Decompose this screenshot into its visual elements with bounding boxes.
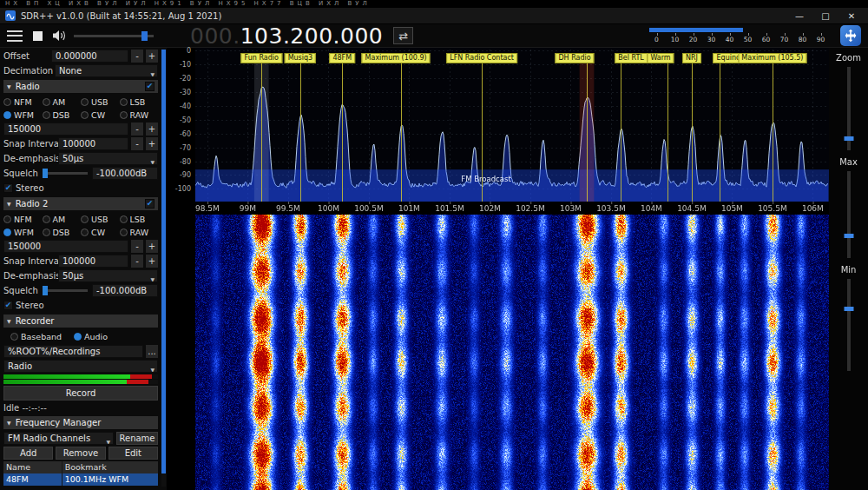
radio2-bandwidth-increment[interactable]: + bbox=[146, 240, 158, 253]
radio2-deemphasis-select[interactable]: 50µs ▼ bbox=[58, 269, 158, 282]
minimize-button[interactable]: — bbox=[786, 8, 812, 23]
offset-decrement-button[interactable]: - bbox=[131, 50, 143, 63]
speaker-icon[interactable] bbox=[52, 30, 67, 42]
radio2-snap-increment[interactable]: + bbox=[146, 255, 158, 268]
min-slider[interactable] bbox=[847, 279, 851, 371]
radio1-squelch-handle[interactable] bbox=[43, 169, 48, 178]
radio2-stereo-checkbox[interactable]: ✔ bbox=[3, 301, 13, 310]
bookmark-label[interactable]: Musiq3 bbox=[285, 53, 317, 63]
add-button[interactable]: Add bbox=[3, 447, 53, 460]
recorder-mode-baseband[interactable]: Baseband bbox=[10, 331, 62, 343]
radio1-stereo-checkbox[interactable]: ✔ bbox=[3, 183, 13, 193]
bookmark-label[interactable]: Maximum (100.9) bbox=[362, 53, 431, 63]
bookmark-label[interactable]: Bel RTL bbox=[615, 53, 648, 63]
waterfall-canvas[interactable] bbox=[195, 215, 829, 490]
radio1-deemphasis-select[interactable]: 50µs ▼ bbox=[58, 152, 158, 165]
radio1-snap-increment[interactable]: + bbox=[146, 137, 158, 150]
bookmark-label[interactable]: Fun Radio bbox=[241, 53, 282, 63]
remove-button[interactable]: Remove bbox=[56, 447, 105, 460]
bookmark-label[interactable]: DH Radio bbox=[555, 53, 594, 63]
bookmark-label[interactable]: 48FM bbox=[329, 53, 355, 63]
offset-input[interactable]: 0.000000 bbox=[51, 50, 128, 63]
sidebar-scrollbar-thumb[interactable] bbox=[161, 50, 166, 473]
edit-button[interactable]: Edit bbox=[108, 447, 158, 460]
volume-slider-handle[interactable] bbox=[141, 31, 148, 41]
sidebar-scrollbar[interactable] bbox=[161, 50, 166, 487]
radio2-snap-decrement[interactable]: - bbox=[131, 255, 143, 268]
mode-am[interactable]: AM bbox=[43, 96, 82, 108]
mode-dsb[interactable]: DSB bbox=[43, 109, 82, 121]
bookmark-list-select[interactable]: FM Radio Channels ▼ bbox=[3, 432, 114, 445]
radio1-bandwidth-increment[interactable]: + bbox=[146, 122, 158, 136]
browse-button[interactable]: ... bbox=[146, 345, 158, 358]
maximize-button[interactable]: □ bbox=[812, 8, 838, 23]
mode-usb[interactable]: USB bbox=[81, 96, 120, 108]
db-axis-label: -30 bbox=[168, 89, 191, 96]
window-title: SDR++ v1.0.0 (Built at 14:55:21, Aug 1 2… bbox=[21, 11, 221, 21]
stop-button[interactable] bbox=[30, 28, 45, 43]
min-slider-handle[interactable] bbox=[844, 307, 853, 311]
radio2-section-header[interactable]: ▼ Radio 2 ✔ bbox=[3, 197, 158, 210]
mode-usb[interactable]: USB bbox=[81, 213, 120, 225]
radio2-squelch-slider[interactable] bbox=[43, 289, 88, 292]
max-slider-handle[interactable] bbox=[844, 234, 853, 238]
max-slider[interactable] bbox=[847, 171, 851, 258]
radio2-snap-input[interactable]: 100000 bbox=[58, 255, 128, 268]
column-bookmark: Bookmark bbox=[62, 461, 158, 473]
recording-path-input[interactable]: %ROOT%/Recordings bbox=[3, 345, 143, 358]
decimation-select[interactable]: None ▼ bbox=[55, 64, 158, 77]
mode-cw[interactable]: CW bbox=[81, 226, 120, 238]
mode-nfm[interactable]: NFM bbox=[3, 96, 43, 108]
offset-increment-button[interactable]: + bbox=[146, 50, 158, 63]
recorder-stream-value: Radio bbox=[8, 361, 32, 371]
close-button[interactable]: ✕ bbox=[838, 8, 865, 23]
radio2-squelch-handle[interactable] bbox=[43, 286, 48, 295]
vfo-swap-button[interactable]: ⇄ bbox=[393, 27, 413, 44]
mode-dsb[interactable]: DSB bbox=[43, 226, 82, 238]
radio2-bandwidth-decrement[interactable]: - bbox=[131, 240, 143, 253]
recorder-section-header[interactable]: ▼ Recorder bbox=[3, 315, 158, 328]
freq-manager-section-header[interactable]: ▼ Frequency Manager bbox=[3, 416, 158, 429]
zoom-slider[interactable] bbox=[847, 67, 851, 150]
mode-am[interactable]: AM bbox=[43, 213, 82, 225]
recorder-mode-audio[interactable]: Audio bbox=[74, 331, 108, 343]
radio2-squelch-label: Squelch bbox=[3, 286, 38, 295]
mode-lsb[interactable]: LSB bbox=[120, 96, 159, 108]
zoom-slider-handle[interactable] bbox=[844, 136, 853, 141]
recorder-stream-select[interactable]: Radio ▼ bbox=[3, 360, 158, 373]
bookmark-label[interactable]: LFN Radio Contact bbox=[446, 53, 517, 63]
tuner-mode-button[interactable] bbox=[840, 25, 861, 46]
mode-lsb[interactable]: LSB bbox=[120, 213, 159, 225]
record-button[interactable]: Record bbox=[3, 386, 158, 401]
bookmark-label[interactable]: Maximum (105.5) bbox=[738, 53, 806, 63]
mode-nfm[interactable]: NFM bbox=[3, 213, 43, 225]
radio1-bandwidth-input[interactable]: 150000 bbox=[3, 122, 128, 136]
bookmark-list-value: FM Radio Channels bbox=[8, 434, 90, 443]
radio1-section-header[interactable]: ▼ Radio ✔ bbox=[3, 80, 158, 93]
radio-circle bbox=[81, 98, 89, 106]
radio2-deemphasis-row: De-emphasis 50µs ▼ bbox=[3, 269, 158, 282]
decimation-value: None bbox=[59, 66, 82, 76]
bookmark-label[interactable]: NRJ bbox=[682, 53, 701, 63]
radio1-enable-checkbox[interactable]: ✔ bbox=[145, 82, 155, 91]
radio1-stereo-label: Stereo bbox=[16, 183, 44, 193]
decimation-row: Decimation None ▼ bbox=[3, 64, 158, 77]
frequency-display[interactable]: 000. 103.200.000 bbox=[190, 23, 383, 49]
radio2-bandwidth-input[interactable]: 150000 bbox=[3, 240, 128, 253]
menu-button[interactable] bbox=[7, 30, 23, 42]
volume-slider[interactable] bbox=[74, 30, 154, 42]
radio1-snap-input[interactable]: 100000 bbox=[58, 137, 128, 150]
radio1-bandwidth-decrement[interactable]: - bbox=[131, 122, 143, 136]
mode-raw[interactable]: RAW bbox=[120, 226, 159, 238]
bookmark-row[interactable]: 48FM100.1MHz WFM bbox=[3, 473, 158, 486]
mode-wfm[interactable]: WFM bbox=[3, 226, 43, 238]
mode-wfm[interactable]: WFM bbox=[3, 109, 43, 121]
radio-circle bbox=[3, 98, 11, 106]
mode-raw[interactable]: RAW bbox=[120, 109, 159, 121]
rename-button[interactable]: Rename bbox=[116, 432, 158, 445]
radio2-enable-checkbox[interactable]: ✔ bbox=[145, 199, 155, 209]
bookmark-label[interactable]: Warm bbox=[647, 53, 674, 63]
radio1-squelch-slider[interactable] bbox=[43, 172, 88, 175]
mode-cw[interactable]: CW bbox=[81, 109, 120, 121]
radio1-snap-decrement[interactable]: - bbox=[131, 137, 143, 150]
